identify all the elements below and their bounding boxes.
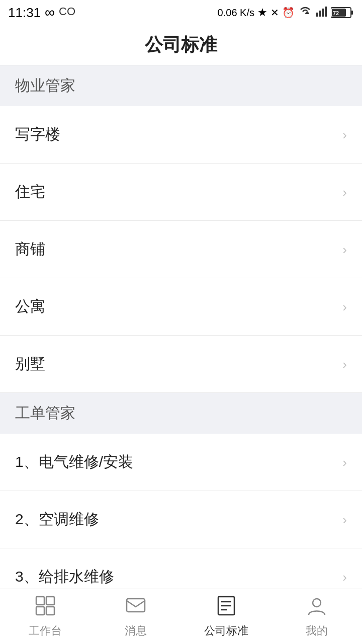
tab-company-standard-label: 公司标准 xyxy=(204,623,248,638)
main-content: 物业管家 写字楼 › 住宅 › 商铺 › 公寓 › 别墅 › 工单管家 1、电气… xyxy=(0,65,362,644)
list-item-electrical[interactable]: 1、电气维修/安装 › xyxy=(0,434,362,491)
villa-label: 别墅 xyxy=(15,354,45,374)
section-header-workorder: 工单管家 xyxy=(0,393,362,434)
svg-rect-4 xyxy=(325,7,327,17)
svg-rect-9 xyxy=(36,597,44,605)
chevron-right-icon: › xyxy=(342,513,347,526)
office-building-label: 写字楼 xyxy=(15,124,60,145)
company-standard-icon xyxy=(215,595,237,620)
svg-rect-10 xyxy=(46,597,54,605)
mute-icon: ✕ xyxy=(270,7,279,19)
chevron-right-icon: › xyxy=(342,300,347,313)
shop-label: 商铺 xyxy=(15,239,45,260)
aircon-label: 2、空调维修 xyxy=(15,509,99,530)
chevron-right-icon: › xyxy=(342,128,347,141)
list-item-villa[interactable]: 别墅 › xyxy=(0,336,362,393)
message-icon xyxy=(125,595,147,620)
page-title: 公司标准 xyxy=(145,33,217,57)
apartment-label: 公寓 xyxy=(15,296,45,317)
chevron-right-icon: › xyxy=(342,243,347,256)
svg-point-18 xyxy=(313,599,321,607)
tab-workbench[interactable]: 工作台 xyxy=(0,595,90,638)
chevron-right-icon: › xyxy=(342,358,347,371)
status-left: 11:31 ∞ CO xyxy=(8,4,77,21)
time: 11:31 xyxy=(8,5,41,21)
status-bar: 11:31 ∞ CO 0.06 K/s ★ ✕ ⏰ xyxy=(0,0,362,25)
chevron-right-icon: › xyxy=(342,456,347,469)
tab-workbench-label: 工作台 xyxy=(29,623,62,638)
page-header: 公司标准 xyxy=(0,25,362,65)
chevron-right-icon: › xyxy=(342,186,347,199)
battery-icon: 72 xyxy=(331,7,354,19)
workbench-icon xyxy=(34,595,56,620)
wifi-icon xyxy=(298,5,313,20)
list-item-shop[interactable]: 商铺 › xyxy=(0,221,362,278)
svg-text:CO: CO xyxy=(59,5,75,18)
svg-rect-3 xyxy=(322,9,324,17)
svg-rect-12 xyxy=(46,607,54,615)
mine-icon xyxy=(306,595,328,620)
speed: 0.06 K/s xyxy=(218,7,254,19)
electrical-label: 1、电气维修/安装 xyxy=(15,452,133,472)
list-item-office-building[interactable]: 写字楼 › xyxy=(0,106,362,164)
svg-rect-2 xyxy=(319,11,321,17)
tab-mine-label: 我的 xyxy=(306,623,328,638)
list-item-residential[interactable]: 住宅 › xyxy=(0,164,362,221)
plumbing-label: 3、给排水维修 xyxy=(15,567,114,587)
alarm-icon: ⏰ xyxy=(282,7,295,19)
tab-company-standard[interactable]: 公司标准 xyxy=(181,595,272,638)
cloud-icon: CO xyxy=(59,4,77,21)
section-header-property: 物业管家 xyxy=(0,65,362,106)
svg-rect-13 xyxy=(127,599,145,612)
svg-rect-6 xyxy=(351,11,353,15)
status-right: 0.06 K/s ★ ✕ ⏰ 72 xyxy=(218,5,354,20)
infinite-icon: ∞ xyxy=(45,5,55,21)
tab-bar: 工作台 消息 公司标准 我的 xyxy=(0,589,362,644)
bluetooth-icon: ★ xyxy=(257,6,267,19)
residential-label: 住宅 xyxy=(15,182,45,202)
tab-message-label: 消息 xyxy=(125,623,147,638)
tab-mine[interactable]: 我的 xyxy=(272,595,362,638)
chevron-right-icon: › xyxy=(342,571,347,584)
tab-message[interactable]: 消息 xyxy=(90,595,181,638)
signal-icon xyxy=(316,6,328,20)
list-item-aircon[interactable]: 2、空调维修 › xyxy=(0,491,362,548)
svg-rect-11 xyxy=(36,607,44,615)
svg-rect-1 xyxy=(316,13,318,17)
list-item-apartment[interactable]: 公寓 › xyxy=(0,278,362,336)
svg-text:72: 72 xyxy=(333,10,339,16)
